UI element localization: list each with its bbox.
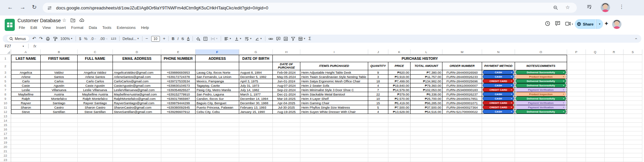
cell-P6[interactable] [567,83,586,88]
cell-Q1[interactable] [586,55,605,62]
cell-O19[interactable] [515,140,567,145]
cell-J21[interactable] [368,149,388,153]
cell-B8[interactable]: Austria [41,92,78,96]
cell-N5[interactable]: CREDIT CARD▼ [482,79,515,83]
cell-A19[interactable] [11,140,41,145]
cell-B5[interactable]: Carlos [41,79,78,83]
cell-Q19[interactable] [586,140,605,145]
insert-link-icon[interactable] [268,37,273,41]
cell-N21[interactable] [482,149,515,153]
cell-L7[interactable]: ₱102,053.00 [411,88,442,92]
cell-E15[interactable] [161,123,196,127]
cell-R15[interactable] [605,123,624,127]
name-box[interactable]: F27 [0,44,22,48]
cell-O7[interactable]: Payment Verification▼ [515,88,567,92]
cell-C13[interactable] [78,114,113,118]
cell-S1[interactable] [624,55,642,62]
notes-chip[interactable]: Payment Verification▼ [516,101,566,105]
cell-G14[interactable] [239,118,273,123]
cell-L20[interactable] [411,145,442,149]
cell-G8[interactable]: March 1, 1977 [239,92,273,96]
menu-help[interactable]: Help [139,25,152,30]
cell-J8[interactable]: 22 [368,92,388,96]
cell-R10[interactable] [605,101,624,105]
browser-menu-icon[interactable]: ⋮ [619,4,624,10]
cell-I20[interactable] [300,145,368,149]
cell-F4[interactable]: San Fernando, La Union [196,75,239,79]
cell-B4[interactable]: Santos [41,75,78,79]
cell-P15[interactable] [567,123,586,127]
cell-P17[interactable] [567,131,586,136]
cell-P2[interactable] [567,62,586,70]
cell-D12[interactable]: SteveSantillan@gmail.com [113,110,161,114]
cell-H7[interactable]: Sep-22-2024 [273,88,300,92]
cell-J7[interactable]: 7 [368,88,388,92]
cell-M13[interactable] [442,114,482,118]
cell-G10[interactable]: December 30, 1988 [239,101,273,105]
cell-I11[interactable]: Heim Phyllos Single Size Mattress [300,105,368,110]
cell-D3[interactable]: AngelicaValdez@gmail.com [113,70,161,75]
cell-O5[interactable]: Delivered Successfully▼ [515,79,567,83]
cell-I15[interactable] [300,123,368,127]
row-header-1[interactable]: 1 [0,55,11,62]
cell-G16[interactable] [239,127,273,131]
cell-I19[interactable] [300,140,368,145]
cell-E17[interactable] [161,131,196,136]
cell-N16[interactable] [482,127,515,131]
cell-B14[interactable] [41,118,78,123]
row-header-7[interactable]: 7 [0,88,11,92]
cell-P19[interactable] [567,140,586,145]
cell-A4[interactable]: Arlene [11,75,41,79]
bold-icon[interactable]: B [172,37,174,41]
cell-H23[interactable] [273,158,300,162]
cell-N23[interactable] [482,158,515,162]
cell-R14[interactable] [605,118,624,123]
cell-F1[interactable]: ADDRESS [196,55,239,62]
version-history-icon[interactable] [545,21,550,26]
undo-icon[interactable]: ↶ [32,37,36,41]
column-header-B[interactable]: B [41,49,78,55]
cell-Q3[interactable] [586,70,605,75]
row-header-21[interactable]: 21 [0,149,11,153]
zoom-out-icon[interactable] [553,5,558,10]
vertical-align-icon[interactable]: ▼ [234,37,242,41]
cell-D6[interactable]: CasieAgustin@gmail.com [113,83,161,88]
cell-E1[interactable]: PHONE NUMBER [161,55,196,62]
cell-P10[interactable] [567,101,586,105]
cell-I18[interactable] [300,136,368,140]
toolbar-collapse-icon[interactable]: › [634,38,638,39]
cell-G5[interactable]: April 3, 1975 [239,79,273,83]
cell-I9[interactable]: Heim 4-Layer Shelf [300,96,368,101]
cell-B11[interactable]: Castro [41,105,78,110]
cell-S5[interactable] [624,79,642,83]
cell-I22[interactable] [300,153,368,158]
cell-H4[interactable]: May-05-2024 [273,75,300,79]
cell-K10[interactable]: ₱6,419.00 [388,101,411,105]
cell-G9[interactable]: December 14, 1994 [239,96,273,101]
column-header-D[interactable]: D [113,49,161,55]
cell-A20[interactable] [11,145,41,149]
column-header-O[interactable]: O [515,49,567,55]
cell-D20[interactable] [113,145,161,149]
cell-J11[interactable]: 5 [368,105,388,110]
cell-L19[interactable] [411,140,442,145]
cell-F6[interactable]: Tagaytay, Cavite [196,83,239,88]
cell-S21[interactable] [624,149,642,153]
cell-J13[interactable] [368,114,388,118]
cell-S2[interactable] [624,62,642,70]
cell-D22[interactable] [113,153,161,158]
column-header-M[interactable]: M [442,49,482,55]
cell-Q10[interactable] [586,101,605,105]
cell-M23[interactable] [442,158,482,162]
menu-tools[interactable]: Tools [100,25,114,30]
number-format-icon[interactable]: 123 [111,37,116,41]
cell-J22[interactable] [368,153,388,158]
cell-L3[interactable]: ₱7,380.00 [411,70,442,75]
menu-extensions[interactable]: Extensions [114,25,138,30]
cell-H11[interactable]: Jul-30-2025 [273,105,300,110]
zoom-select[interactable]: 100%▼ [60,37,73,41]
cell-Q17[interactable] [586,131,605,136]
cell-A12[interactable]: Steve [11,110,41,114]
cell-G19[interactable] [239,140,273,145]
cell-J14[interactable] [368,118,388,123]
